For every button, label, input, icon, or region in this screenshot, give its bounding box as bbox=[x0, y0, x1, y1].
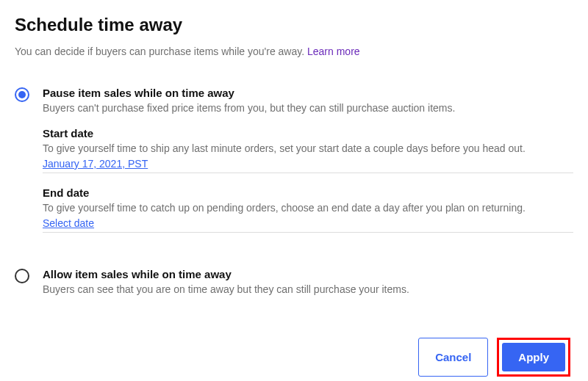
option-allow-title: Allow item sales while on time away bbox=[43, 268, 573, 280]
end-date-label: End date bbox=[43, 186, 573, 199]
end-date-link[interactable]: Select date bbox=[43, 217, 94, 229]
end-date-desc: To give yourself time to catch up on pen… bbox=[43, 202, 573, 214]
learn-more-link[interactable]: Learn more bbox=[307, 46, 360, 57]
apply-button[interactable]: Apply bbox=[502, 343, 565, 371]
option-pause-title: Pause item sales while on time away bbox=[43, 87, 573, 99]
radio-pause-sales[interactable] bbox=[15, 87, 29, 102]
start-date-divider bbox=[43, 173, 573, 173]
option-pause-desc: Buyers can't purchase fixed price items … bbox=[43, 102, 573, 114]
radio-allow-sales[interactable] bbox=[15, 269, 29, 283]
option-pause-content: Pause item sales while on time away Buye… bbox=[43, 87, 573, 246]
radio-selected-icon bbox=[18, 91, 26, 98]
page-subtitle: You can decide if buyers can purchase it… bbox=[15, 46, 573, 57]
start-date-label: Start date bbox=[43, 127, 573, 139]
option-allow-sales: Allow item sales while on time away Buye… bbox=[15, 268, 573, 308]
option-pause-sales: Pause item sales while on time away Buye… bbox=[15, 87, 573, 246]
end-date-divider bbox=[43, 232, 573, 233]
button-row: Cancel Apply bbox=[15, 338, 573, 377]
end-date-section: End date To give yourself time to catch … bbox=[43, 186, 573, 233]
start-date-link[interactable]: January 17, 2021, PST bbox=[43, 158, 148, 170]
subtitle-text: You can decide if buyers can purchase it… bbox=[15, 46, 307, 57]
cancel-button[interactable]: Cancel bbox=[418, 338, 488, 377]
page-title: Schedule time away bbox=[15, 15, 573, 35]
start-date-section: Start date To give yourself time to ship… bbox=[43, 127, 573, 173]
start-date-desc: To give yourself time to ship any last m… bbox=[43, 142, 573, 154]
apply-highlight: Apply bbox=[497, 338, 570, 377]
option-allow-content: Allow item sales while on time away Buye… bbox=[43, 268, 573, 308]
option-allow-desc: Buyers can see that you are on time away… bbox=[43, 283, 573, 295]
